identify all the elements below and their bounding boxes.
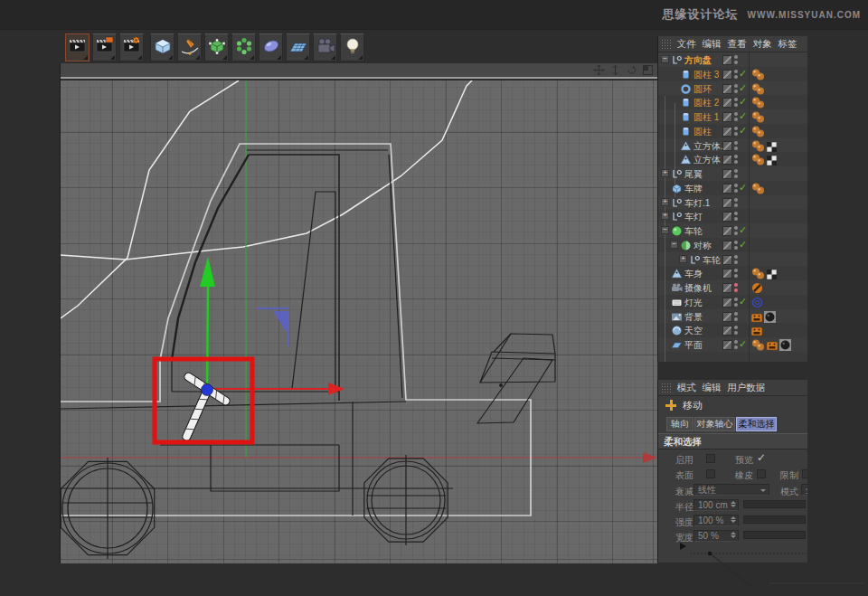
object-label[interactable]: 车身 xyxy=(684,268,703,280)
object-row-19[interactable]: 背景 xyxy=(658,309,807,324)
layer-box-icon[interactable] xyxy=(722,241,732,251)
object-label[interactable]: 平面 xyxy=(684,339,703,352)
visibility-dot[interactable] xyxy=(734,212,738,215)
tab-2[interactable]: 对象轴心 xyxy=(694,417,735,431)
object-label[interactable]: 圆柱 xyxy=(693,126,712,138)
object-label[interactable]: 背景 xyxy=(684,311,703,324)
object-row-9[interactable]: +尾翼 xyxy=(658,166,807,181)
layer-box-icon[interactable] xyxy=(722,127,732,137)
visibility-dot[interactable] xyxy=(734,184,738,187)
layer-box-icon[interactable] xyxy=(722,155,732,165)
array-generator-button[interactable] xyxy=(231,33,256,61)
layer-box-icon[interactable] xyxy=(722,312,732,322)
stepper-icon[interactable] xyxy=(731,532,736,538)
layer-box-icon[interactable] xyxy=(722,70,732,80)
visibility-dot[interactable] xyxy=(734,217,738,221)
expand-icon[interactable]: + xyxy=(679,255,687,263)
subdivision-surface-button[interactable] xyxy=(204,33,229,61)
visibility-dot[interactable] xyxy=(734,289,738,292)
light-button[interactable] xyxy=(340,33,364,61)
eraser-checkbox[interactable] xyxy=(757,469,766,478)
layer-box-icon[interactable] xyxy=(722,98,732,108)
primitive-cube-button[interactable] xyxy=(150,33,175,61)
object-label[interactable]: 圆柱 1 xyxy=(693,111,719,124)
visibility-dot[interactable] xyxy=(734,70,738,73)
collapse-icon[interactable]: − xyxy=(661,55,669,63)
spline-pen-button[interactable] xyxy=(177,33,202,61)
layer-box-icon[interactable] xyxy=(722,269,732,279)
enabled-check-icon[interactable]: ✓ xyxy=(739,96,747,108)
surface-checkbox[interactable] xyxy=(706,469,715,478)
visibility-dot[interactable] xyxy=(734,90,738,93)
object-row-15[interactable]: +车轮 xyxy=(658,252,807,267)
visibility-dot[interactable] xyxy=(734,127,738,130)
object-row-10[interactable]: 车牌✓ xyxy=(658,181,807,195)
viewport-canvas[interactable] xyxy=(61,80,657,563)
layer-box-icon[interactable] xyxy=(722,212,732,222)
stepper-icon[interactable] xyxy=(731,501,736,507)
enabled-check-icon[interactable]: ✓ xyxy=(739,296,747,307)
visibility-dot[interactable] xyxy=(734,175,738,178)
compositing-tag-icon[interactable] xyxy=(767,338,778,355)
layer-box-icon[interactable] xyxy=(722,141,732,151)
enabled-check-icon[interactable]: ✓ xyxy=(739,125,747,137)
menu-item-1[interactable]: 文件 xyxy=(674,38,699,51)
object-label[interactable]: 对称 xyxy=(693,240,712,252)
visibility-dot[interactable] xyxy=(734,160,738,164)
enabled-check-icon[interactable]: ✓ xyxy=(739,82,747,94)
visibility-dot[interactable] xyxy=(734,198,738,202)
enabled-check-icon[interactable]: ✓ xyxy=(739,239,747,251)
layer-box-icon[interactable] xyxy=(722,226,732,236)
menu-item-5[interactable]: 标签 xyxy=(775,38,800,51)
visibility-dot[interactable] xyxy=(734,317,738,321)
object-row-16[interactable]: 车身 xyxy=(658,266,807,280)
mode-button[interactable]: 全部 xyxy=(801,484,807,496)
object-label[interactable]: 摄像机 xyxy=(684,282,712,295)
object-label[interactable]: 圆柱 2 xyxy=(693,97,719,109)
render-picture-viewer-button[interactable] xyxy=(92,33,117,61)
width-slider[interactable] xyxy=(743,531,806,539)
visibility-dot[interactable] xyxy=(734,118,738,121)
object-row-11[interactable]: +车灯.1 xyxy=(658,195,807,210)
object-row-1[interactable]: −方向盘 xyxy=(658,52,807,67)
visibility-dot[interactable] xyxy=(734,255,738,259)
object-row-7[interactable]: 立方体.1 xyxy=(658,138,807,153)
render-settings-button[interactable] xyxy=(119,33,144,61)
visibility-dot[interactable] xyxy=(734,260,738,264)
radius-input[interactable]: 100 cm xyxy=(693,499,739,511)
layer-box-icon[interactable] xyxy=(722,55,732,65)
visibility-dot[interactable] xyxy=(734,75,738,79)
visibility-dot[interactable] xyxy=(734,345,738,349)
phong-tag-icon[interactable] xyxy=(751,338,765,355)
menu-item-4[interactable]: 对象 xyxy=(750,38,775,51)
object-label[interactable]: 车灯 xyxy=(684,211,703,223)
object-label[interactable]: 圆柱 3 xyxy=(693,69,719,81)
object-row-6[interactable]: 圆柱✓ xyxy=(658,124,807,138)
preview-checkbox[interactable]: ✓ xyxy=(757,451,766,464)
layer-box-icon[interactable] xyxy=(722,283,732,293)
object-label[interactable]: 天空 xyxy=(684,325,703,337)
object-row-21[interactable]: 平面✓ xyxy=(658,337,807,352)
visibility-dot[interactable] xyxy=(734,147,738,150)
restrict-checkbox[interactable] xyxy=(802,469,807,478)
enable-checkbox[interactable] xyxy=(706,454,715,463)
object-row-2[interactable]: 圆柱 3✓ xyxy=(658,67,807,81)
object-row-8[interactable]: 立方体 xyxy=(658,152,807,166)
visibility-dot[interactable] xyxy=(734,61,738,64)
car-wireframe[interactable] xyxy=(61,144,555,559)
enabled-check-icon[interactable]: ✓ xyxy=(739,68,747,80)
visibility-dot[interactable] xyxy=(734,112,738,116)
enabled-check-icon[interactable]: ✓ xyxy=(739,110,747,122)
object-label[interactable]: 车牌 xyxy=(684,183,703,195)
floor-button[interactable] xyxy=(286,33,310,61)
visibility-dot[interactable] xyxy=(734,298,738,301)
layer-box-icon[interactable] xyxy=(722,84,732,94)
radius-slider[interactable] xyxy=(743,500,806,508)
rotate-icon[interactable] xyxy=(626,64,637,76)
visibility-dot[interactable] xyxy=(734,132,738,136)
visibility-dot[interactable] xyxy=(734,203,738,207)
visibility-dot[interactable] xyxy=(734,246,738,250)
expand-icon[interactable]: + xyxy=(661,169,669,177)
object-label[interactable]: 车轮 xyxy=(684,225,703,238)
object-row-18[interactable]: 灯光✓ xyxy=(658,295,807,309)
